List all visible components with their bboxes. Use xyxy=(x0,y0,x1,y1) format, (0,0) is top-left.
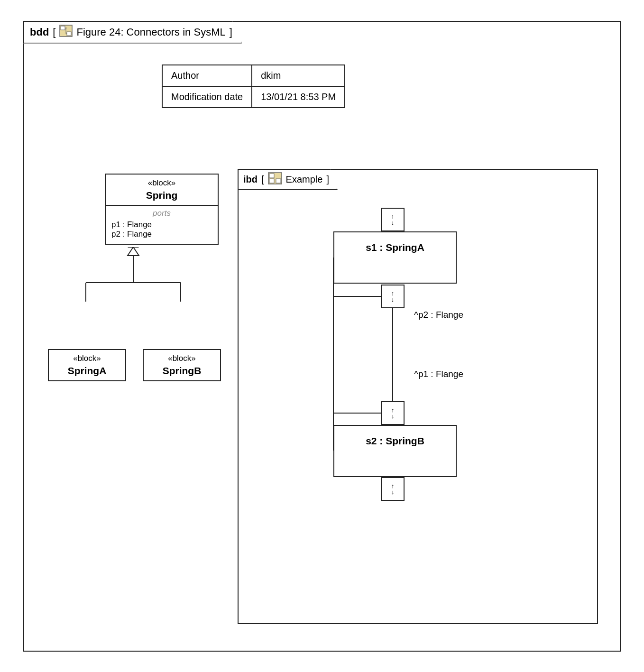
springB-block: «block» SpringB xyxy=(143,349,221,381)
ibd-block-icon xyxy=(268,172,282,187)
s1-instance-block: s1 : SpringA xyxy=(333,231,457,284)
ibd-title-tab: ibd [ Example ] xyxy=(238,169,338,190)
s1-bottom-port: ↑ ↓ xyxy=(381,285,405,308)
s1-top-port: ↑ ↓ xyxy=(381,208,405,231)
springB-name: SpringB xyxy=(144,364,220,380)
springB-stereotype: «block» xyxy=(144,350,220,364)
s2-top-port: ↑ ↓ xyxy=(381,401,405,425)
port-down-arrow3: ↓ xyxy=(391,413,395,419)
author-label: Author xyxy=(162,65,252,86)
svg-rect-15 xyxy=(269,179,274,183)
bracket-open: [ xyxy=(53,26,55,38)
date-label: Modification date xyxy=(162,86,252,108)
s2-instance-block: s2 : SpringB xyxy=(333,425,457,477)
diagram-type-label: bdd xyxy=(30,26,49,38)
port-up-arrow3: ↑ xyxy=(391,407,395,413)
springA-stereotype: «block» xyxy=(49,350,125,364)
s2-instance-label: s2 : SpringB xyxy=(334,426,456,456)
svg-rect-2 xyxy=(67,32,71,36)
ibd-title: Example xyxy=(286,174,323,185)
spring-name: Spring xyxy=(106,189,218,205)
main-diagram: bdd [ Figure 24: Connectors in SysML ] A… xyxy=(23,21,621,652)
metadata-row-date: Modification date 13/01/21 8:53 PM xyxy=(162,86,345,108)
ibd-bracket-open: [ xyxy=(261,174,264,185)
springA-block: «block» SpringA xyxy=(48,349,126,381)
port-up-arrow2: ↑ xyxy=(391,290,395,296)
diagram-title-tab: bdd [ Figure 24: Connectors in SysML ] xyxy=(23,21,242,44)
author-value: dkim xyxy=(252,65,345,86)
port-up-arrow: ↑ xyxy=(391,213,395,220)
spring-block: «block» Spring ports p1 : Flange p2 : Fl… xyxy=(105,174,219,245)
inheritance-svg xyxy=(48,247,223,351)
ibd-type-label: ibd xyxy=(243,174,258,185)
springA-name: SpringA xyxy=(49,364,125,380)
date-value: 13/01/21 8:53 PM xyxy=(252,86,345,108)
metadata-table: Author dkim Modification date 13/01/21 8… xyxy=(162,64,345,108)
spring-ports: ports p1 : Flange p2 : Flange xyxy=(106,206,218,244)
port-down-arrow4: ↓ xyxy=(391,489,395,495)
port-up-arrow4: ↑ xyxy=(391,483,395,489)
p1-connector-label: ^p1 : Flange xyxy=(414,369,463,379)
port-p2: p2 : Flange xyxy=(111,230,212,239)
svg-rect-13 xyxy=(269,174,274,178)
s1-instance-label: s1 : SpringA xyxy=(334,232,456,263)
connector-line-svg xyxy=(390,307,395,402)
port-down-arrow: ↓ xyxy=(391,220,395,226)
diagram-title: Figure 24: Connectors in SysML xyxy=(76,26,225,38)
p2-connector-label: ^p2 : Flange xyxy=(414,310,463,320)
bdd-area: «block» Spring ports p1 : Flange p2 : Fl… xyxy=(48,174,223,496)
port-p1: p1 : Flange xyxy=(111,220,212,230)
metadata-row-author: Author dkim xyxy=(162,65,345,86)
svg-rect-1 xyxy=(61,26,65,30)
svg-marker-11 xyxy=(128,247,139,256)
svg-rect-14 xyxy=(276,179,281,183)
ibd-diagram: ibd [ Example ] ↑ ↓ s1 : S xyxy=(238,169,598,624)
ibd-bracket-close: ] xyxy=(326,174,329,185)
s2-bottom-port: ↑ ↓ xyxy=(381,477,405,501)
port-down-arrow2: ↓ xyxy=(391,296,395,303)
block-diagram-icon xyxy=(59,25,73,40)
spring-stereotype: «block» xyxy=(106,175,218,189)
bracket-close: ] xyxy=(230,26,232,38)
ports-label: ports xyxy=(111,209,212,218)
